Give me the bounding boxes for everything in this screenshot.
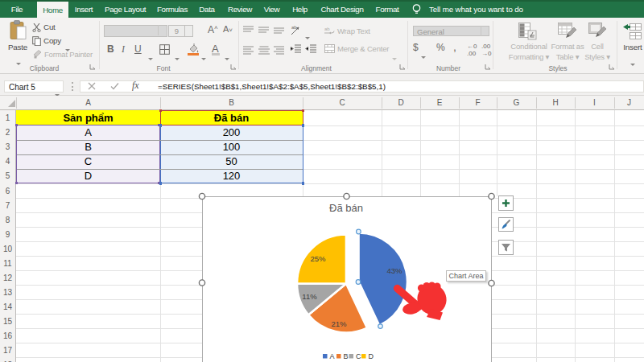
svg-text:21%: 21% [331,319,347,328]
svg-text:A: A [330,352,335,360]
svg-text:D: D [369,352,374,360]
svg-text:C: C [356,352,361,360]
svg-text:ab: ab [324,27,330,31]
svg-text:B: B [344,352,349,360]
svg-text:ab: ab [291,25,297,30]
